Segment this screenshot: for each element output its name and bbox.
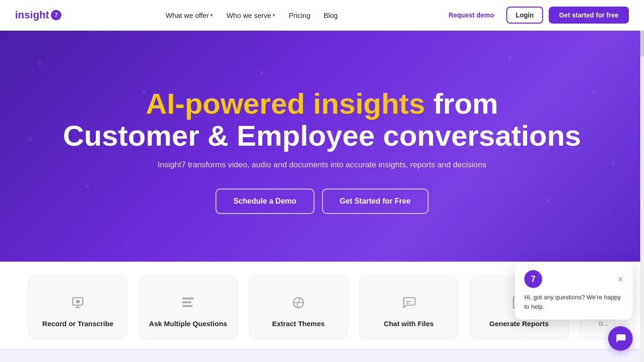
nav-link-blog[interactable]: Blog [319,8,342,22]
login-button[interactable]: Login [506,7,543,24]
feature-label-partial: G... [599,320,609,327]
logo-badge: 7 [51,10,61,20]
navigation: insight 7 What we offer ▾ Who we serve ▾… [0,0,644,31]
hero-buttons: Schedule a Demo Get Started for Free [215,189,429,214]
themes-icon [289,293,308,312]
deco-x: × [545,196,550,206]
hero-subtitle: Insight7 transforms video, audio and doc… [157,160,486,170]
chat-popup-header: 7 × [524,270,623,288]
svg-rect-6 [182,305,192,307]
chat-icon [399,293,418,312]
get-started-nav-button[interactable]: Get started for free [549,7,629,24]
nav-link-what-we-offer[interactable]: What we offer ▾ [161,8,218,22]
nav-link-who-we-serve[interactable]: Who we serve ▾ [222,8,280,22]
logo[interactable]: insight 7 [15,9,61,21]
feature-label-chat: Chat with Files [384,320,434,328]
svg-rect-4 [182,297,194,299]
chat-popup-text: Hi, got any questions? We're happy to he… [524,293,623,311]
chevron-down-icon: ▾ [210,12,213,18]
nav-links: What we offer ▾ Who we serve ▾ Pricing B… [161,8,342,22]
chat-close-button[interactable]: × [618,274,623,284]
feature-card-record[interactable]: Record or Transcribe [28,276,127,339]
feature-card-ask[interactable]: Ask Multiple Questions [139,276,238,339]
record-icon [68,293,87,312]
questions-icon [179,293,198,312]
svg-rect-3 [76,300,80,304]
feature-card-extract[interactable]: Extract Themes [249,276,348,339]
feature-label-generate: Generate Reports [489,320,549,328]
deco-x: × [259,68,264,78]
hero-section: × × × × × × × × × AI-powered insights fr… [0,31,644,262]
feature-card-chat[interactable]: Chat with Files [359,276,458,339]
deco-x: × [611,158,616,168]
feature-label-record: Record or Transcribe [42,320,114,328]
deco-x: × [85,181,90,191]
schedule-demo-button[interactable]: Schedule a Demo [215,189,314,214]
feature-label-extract: Extract Themes [272,320,325,328]
hero-title-line2: Customer & Employee conversations [63,119,581,152]
deco-x: × [38,59,43,69]
deco-x: × [28,134,33,144]
deco-x: × [507,54,512,64]
nav-link-pricing[interactable]: Pricing [284,8,315,22]
nav-right: Request demo Login Get started for free [442,7,629,24]
feature-label-ask: Ask Multiple Questions [149,320,227,328]
hero-title: AI-powered insights from Customer & Empl… [63,88,581,152]
scrollbar[interactable] [640,0,644,362]
chat-badge: 7 [524,270,542,288]
chat-popup: 7 × Hi, got any questions? We're happy t… [515,262,633,320]
hero-title-from: from [425,87,498,120]
deco-x: × [592,87,597,97]
get-started-hero-button[interactable]: Get Started for Free [322,189,429,214]
logo-text: insight [15,9,49,21]
bottom-section: Record or bulk transcribe conversations … [0,349,644,362]
hero-title-yellow: AI-powered insights [146,87,425,120]
svg-rect-5 [182,301,191,303]
chat-bubble-button[interactable] [608,326,633,351]
chevron-down-icon: ▾ [272,12,275,18]
request-demo-button[interactable]: Request demo [442,8,500,23]
